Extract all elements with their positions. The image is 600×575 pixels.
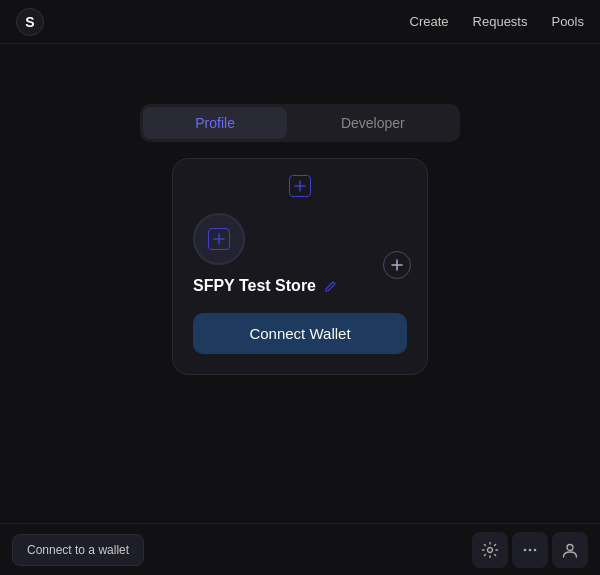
svg-point-9 [534, 548, 537, 551]
nav-links: Create Requests Pools [410, 14, 584, 29]
more-dots-icon [521, 541, 539, 559]
store-name: SFPY Test Store [193, 277, 316, 295]
logo[interactable]: S [16, 8, 44, 36]
add-button[interactable] [383, 251, 411, 279]
add-icon-box[interactable] [289, 175, 311, 197]
settings-icon [481, 541, 499, 559]
nav-link-requests[interactable]: Requests [473, 14, 528, 29]
tabs-container: Profile Developer [140, 104, 460, 142]
tab-profile[interactable]: Profile [143, 107, 287, 139]
pencil-icon [324, 280, 337, 293]
svg-point-10 [567, 544, 573, 550]
avatar-row [193, 213, 407, 265]
main-content: Profile Developer [0, 44, 600, 375]
edit-icon[interactable] [324, 280, 337, 293]
top-add-icon-area[interactable] [289, 175, 311, 197]
svg-point-7 [524, 548, 527, 551]
more-button[interactable] [512, 532, 548, 568]
logo-text: S [25, 14, 34, 30]
settings-button[interactable] [472, 532, 508, 568]
tab-developer[interactable]: Developer [289, 107, 457, 139]
user-icon [561, 541, 579, 559]
top-nav: S Create Requests Pools [0, 0, 600, 44]
svg-point-6 [488, 547, 493, 552]
connect-wallet-button[interactable]: Connect Wallet [193, 313, 407, 354]
avatar-plus-icon [213, 233, 225, 245]
avatar-add-icon [208, 228, 230, 250]
nav-link-pools[interactable]: Pools [551, 14, 584, 29]
store-name-row: SFPY Test Store [193, 277, 407, 295]
avatar[interactable] [193, 213, 245, 265]
connect-to-wallet-button[interactable]: Connect to a wallet [12, 534, 144, 566]
plus-icon [294, 180, 306, 192]
svg-point-8 [529, 548, 532, 551]
profile-card: SFPY Test Store Connect Wallet [172, 158, 428, 375]
plus-circle-icon [390, 258, 404, 272]
profile-button[interactable] [552, 532, 588, 568]
bottom-bar: Connect to a wallet [0, 523, 600, 575]
nav-link-create[interactable]: Create [410, 14, 449, 29]
bottom-right-icons [472, 532, 588, 568]
